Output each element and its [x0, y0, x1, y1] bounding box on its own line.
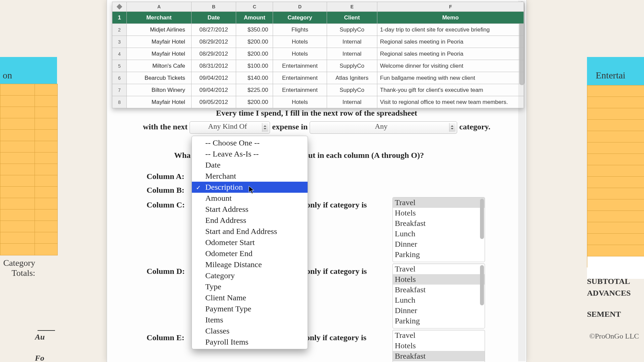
narr-expense-in: expense in [272, 122, 308, 131]
listbox-option[interactable]: Hotels [393, 274, 485, 285]
fragment-fo: Fo [35, 354, 44, 362]
question-fragment-right: ut in each column (A through O)? [308, 151, 523, 160]
menu-item[interactable]: Payment Type [192, 303, 308, 314]
menu-item[interactable]: Classes [192, 325, 308, 337]
category-listbox-e[interactable]: TravelHotelsBreakfast [392, 330, 485, 362]
cell-date: 08/31/2012 [192, 60, 236, 72]
listbox-option[interactable]: Hotels [393, 341, 485, 351]
menu-item[interactable]: Date [192, 160, 308, 171]
cell-memo: Welcome dinner for visiting client [377, 60, 524, 72]
mouse-cursor-icon [249, 186, 255, 194]
only-if-e: only if category is [306, 333, 367, 342]
category-listbox-c[interactable]: TravelHotelsBreakfastLunchDinnerParking [392, 197, 485, 262]
stepper-icon [449, 123, 455, 132]
sheet-corner [112, 2, 127, 12]
cell-date: 09/04/2012 [192, 72, 236, 84]
menu-item[interactable]: Items [192, 314, 308, 325]
menu-item[interactable]: Merchant [192, 171, 308, 182]
narrative-line-2: with the next Any Kind Of expense in Any… [107, 121, 526, 134]
listbox-option[interactable]: Parking [393, 316, 485, 326]
bg-right-header-text: Entertai [596, 70, 626, 81]
cell-client: SupplyCo [327, 24, 377, 36]
stepper-icon [262, 123, 268, 132]
table-row: 3Mayfair Hotel08/29/2012$200.00HotelsInt… [112, 36, 524, 48]
row-number: 3 [112, 36, 127, 48]
listbox-option[interactable]: Breakfast [393, 351, 485, 361]
expense-category-value: Any [375, 122, 387, 130]
column-a-label: Column A: [147, 172, 184, 181]
category-totals-label: Category Totals: [0, 258, 35, 278]
only-if-d: only if category is [306, 267, 367, 276]
hdr-memo: Memo [377, 12, 524, 24]
menu-item[interactable]: -- Choose One -- [192, 137, 308, 148]
listbox-scrollbar[interactable] [480, 265, 484, 305]
menu-item[interactable]: Type [192, 281, 308, 292]
divider-line [38, 330, 55, 331]
menu-item[interactable]: Start Address [192, 204, 308, 215]
cell-amount: $350.00 [236, 24, 273, 36]
listbox-option[interactable]: Travel [393, 197, 485, 208]
hdr-merchant: Merchant [127, 12, 192, 24]
column-b-dropdown-menu[interactable]: -- Choose One ---- Leave As-Is --DateMer… [192, 136, 308, 349]
col-letter-B: B [192, 2, 236, 12]
menu-item[interactable]: Mileage Distance [192, 259, 308, 270]
row-number-1: 1 [112, 12, 127, 24]
column-c-label: Column C: [147, 200, 185, 209]
cell-client: Internal [327, 36, 377, 48]
listbox-option[interactable]: Hotels [393, 208, 485, 218]
narrative-line-1: Every time I spend, I fill in the next r… [107, 109, 526, 118]
cell-merchant: Bilton Winery [127, 84, 192, 96]
cell-date: 08/29/2012 [192, 48, 236, 60]
column-b-label: Column B: [147, 186, 184, 194]
col-letter-A: A [127, 2, 192, 12]
table-row: 6Bearcub Tickets09/04/2012$140.00Enterta… [112, 72, 524, 84]
cell-date: 08/27/2012 [192, 24, 236, 36]
cell-client: SupplyCo [327, 60, 377, 72]
mapping-modal: A B C D E F 1 Merchant Date Amount Categ… [107, 0, 527, 362]
listbox-option[interactable]: Breakfast [393, 285, 485, 295]
table-row: 8Mayfair Hotel09/05/2012$200.00HotelsInt… [112, 96, 524, 108]
menu-item[interactable]: Category [192, 270, 308, 281]
bg-right-header: Entertai [587, 57, 644, 85]
hdr-date: Date [192, 12, 236, 24]
cell-amount: $200.00 [236, 36, 273, 48]
menu-item[interactable]: Start and End Address [192, 226, 308, 237]
listbox-option[interactable]: Lunch [393, 229, 485, 239]
hdr-client: Client [327, 12, 377, 24]
narr-category-word: category. [459, 122, 490, 131]
menu-item[interactable]: Client Name [192, 292, 308, 303]
menu-item[interactable]: End Address [192, 215, 308, 226]
hdr-amount: Amount [236, 12, 273, 24]
cell-memo: Fun ballgame meeting with new client [377, 72, 524, 84]
cell-date: 09/04/2012 [192, 84, 236, 96]
listbox-option[interactable]: Parking [393, 249, 485, 260]
row-number: 8 [112, 96, 127, 108]
menu-item[interactable]: Odometer End [192, 248, 308, 259]
listbox-option[interactable]: Dinner [393, 305, 485, 316]
menu-item[interactable]: Odometer Start [192, 237, 308, 248]
cell-category: Entertainment [273, 84, 327, 96]
cell-memo: 1-day trip to client site for executive … [377, 24, 524, 36]
cell-merchant: Midjet Airlines [127, 24, 192, 36]
expense-category-select[interactable]: Any [310, 121, 457, 134]
listbox-option[interactable]: Travel [393, 264, 485, 274]
cell-merchant: Bearcub Tickets [127, 72, 192, 84]
table-row: 7Bilton Winery09/04/2012$225.00Entertain… [112, 84, 524, 96]
row-number: 6 [112, 72, 127, 84]
subtotal-labels: SUBTOTAL ADVANCES SEMENT [587, 276, 644, 320]
fragment-au: Au [35, 333, 45, 342]
listbox-scrollbar[interactable] [480, 199, 484, 239]
menu-item[interactable]: Payroll Items [192, 337, 308, 348]
menu-item[interactable]: -- Leave As-Is -- [192, 148, 308, 160]
expense-kind-select[interactable]: Any Kind Of [190, 121, 270, 134]
category-listbox-d[interactable]: TravelHotelsBreakfastLunchDinnerParking [392, 263, 485, 328]
col-letter-F: F [377, 2, 524, 12]
bg-left-header: on [0, 57, 57, 85]
expense-kind-value: Any Kind Of [208, 122, 247, 130]
column-d-label: Column D: [147, 267, 185, 276]
listbox-option[interactable]: Travel [393, 330, 485, 341]
listbox-option[interactable]: Dinner [393, 239, 485, 249]
listbox-option[interactable]: Lunch [393, 295, 485, 305]
copyright-label: ©ProOnGo LLC [589, 332, 639, 341]
listbox-option[interactable]: Breakfast [393, 218, 485, 229]
